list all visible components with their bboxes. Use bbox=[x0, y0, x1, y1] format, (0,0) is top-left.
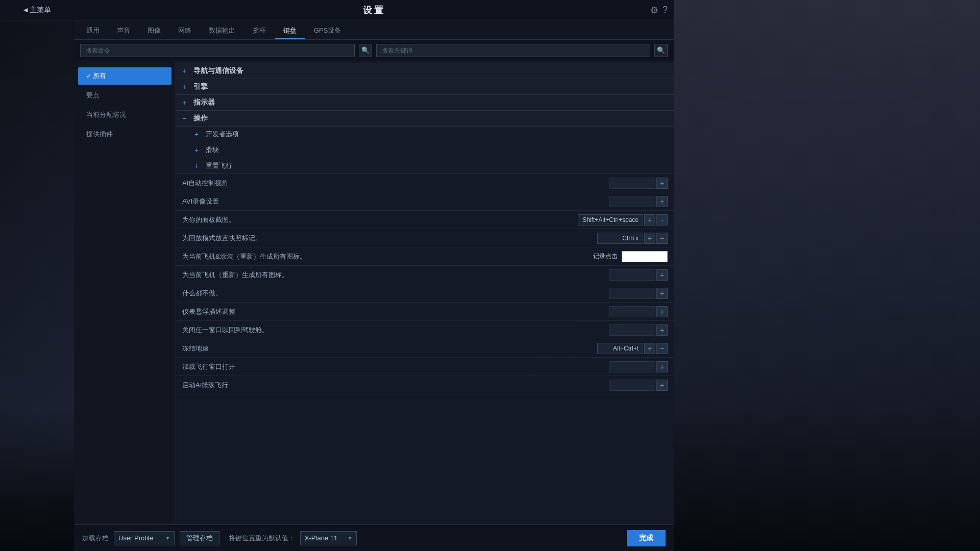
sidebar-item-all[interactable]: 所有 bbox=[78, 67, 172, 85]
reset-label: 将键位置重为默认值： bbox=[229, 534, 295, 543]
command-ai-view-binding[interactable] bbox=[609, 178, 655, 189]
done-button[interactable]: 完成 bbox=[627, 530, 666, 546]
profile-select[interactable]: User Profile bbox=[114, 531, 175, 545]
command-instrument-float: 仪表悬浮描述调整 + bbox=[176, 303, 674, 321]
search-keyword-input[interactable] bbox=[376, 44, 651, 57]
command-instrument-float-binding[interactable] bbox=[609, 306, 655, 317]
category-indicators[interactable]: + 指示器 bbox=[176, 95, 674, 111]
category-engine[interactable]: + 引擎 bbox=[176, 79, 674, 95]
profile-value: User Profile bbox=[118, 534, 153, 542]
command-panel-screenshot-add[interactable]: + bbox=[644, 214, 655, 226]
tab-joystick[interactable]: 摇杆 bbox=[244, 23, 274, 39]
command-load-aircraft-window-binding[interactable] bbox=[609, 361, 655, 372]
main-menu-label: 主菜单 bbox=[30, 6, 51, 15]
command-freeze-ground: 冻结地速 Alt+Ctrl+t + − bbox=[176, 339, 674, 358]
command-load-aircraft-window-add[interactable]: + bbox=[656, 361, 668, 372]
command-replay-marker-binding[interactable]: Ctrl+x bbox=[597, 233, 643, 244]
command-do-nothing: 什么都不做。 + bbox=[176, 284, 674, 303]
command-close-window-cockpit-add[interactable]: + bbox=[656, 324, 668, 336]
category-slider-label: 滑块 bbox=[206, 145, 219, 155]
sidebar-item-current-assign[interactable]: 当前分配情况 bbox=[78, 106, 172, 123]
search-command-button[interactable]: 🔍 bbox=[359, 44, 372, 57]
command-ai-view-add[interactable]: + bbox=[656, 178, 668, 189]
settings-icon[interactable]: ⚙ bbox=[650, 5, 658, 16]
category-reset-flight[interactable]: + 重置飞行 bbox=[176, 158, 674, 174]
command-gen-icons: 为当前飞机（重新）生成所有图标。 + bbox=[176, 266, 674, 284]
page-title: 设置 bbox=[363, 4, 385, 16]
category-engine-label: 引擎 bbox=[193, 82, 208, 91]
command-do-nothing-binding[interactable] bbox=[609, 288, 655, 299]
load-archive-label: 加载存档 bbox=[82, 534, 109, 543]
command-freeze-ground-name: 冻结地速 bbox=[182, 344, 597, 353]
command-gen-icons-repaint-binding[interactable] bbox=[622, 251, 668, 262]
command-close-window-cockpit: 关闭任一窗口以回到驾驶舱。 + bbox=[176, 321, 674, 339]
header: 设置 ⚙ ? bbox=[74, 0, 674, 20]
category-operations[interactable]: − 操作 bbox=[176, 111, 674, 127]
header-icons: ⚙ ? bbox=[650, 5, 668, 16]
command-gen-icons-name: 为当前飞机（重新）生成所有图标。 bbox=[182, 270, 609, 280]
content-area: 所有 要点 当前分配情况 提供插件 + 导航与通信设备 + 引擎 bbox=[74, 61, 674, 524]
tab-keyboard[interactable]: 键盘 bbox=[275, 23, 305, 39]
command-replay-marker-add[interactable]: + bbox=[644, 233, 655, 244]
command-start-ai-copilot-add[interactable]: + bbox=[656, 380, 668, 391]
tab-data-output[interactable]: 数据输出 bbox=[201, 23, 243, 39]
expand-operations-icon: − bbox=[182, 114, 189, 122]
main-menu-button[interactable]: 主菜单 bbox=[0, 0, 74, 20]
category-slider[interactable]: + 滑块 bbox=[176, 142, 674, 158]
command-start-ai-copilot-name: 启动AI操纵飞行 bbox=[182, 381, 609, 390]
reset-select[interactable]: X-Plane 11 bbox=[300, 531, 357, 545]
command-gen-icons-add[interactable]: + bbox=[656, 269, 668, 281]
category-dev-options[interactable]: + 开发者选项 bbox=[176, 127, 674, 142]
command-gen-icons-binding[interactable] bbox=[609, 269, 655, 281]
command-panel-screenshot-remove[interactable]: − bbox=[656, 214, 668, 226]
main-content-list: + 导航与通信设备 + 引擎 + 指示器 − 操作 + 开发者选项 bbox=[176, 61, 674, 524]
category-operations-label: 操作 bbox=[193, 114, 208, 123]
category-dev-options-label: 开发者选项 bbox=[206, 130, 239, 139]
expand-engine-icon: + bbox=[182, 83, 189, 91]
search-keyword-button[interactable]: 🔍 bbox=[654, 44, 668, 57]
command-do-nothing-add[interactable]: + bbox=[656, 288, 668, 299]
tab-audio[interactable]: 声音 bbox=[109, 23, 138, 39]
tab-bar: 通用 声音 图像 网络 数据输出 摇杆 键盘 GPS设备 bbox=[74, 20, 674, 40]
command-avi-record: AVI录像设置 + bbox=[176, 192, 674, 211]
help-icon[interactable]: ? bbox=[663, 5, 668, 15]
category-nav-comm-label: 导航与通信设备 bbox=[193, 66, 243, 76]
command-gen-icons-repaint-label: 记录点击 bbox=[593, 252, 618, 261]
search-command-input[interactable] bbox=[80, 44, 355, 57]
command-avi-record-add[interactable]: + bbox=[656, 196, 668, 207]
category-reset-flight-label: 重置飞行 bbox=[206, 161, 232, 170]
command-ai-view-name: AI自动控制视角 bbox=[182, 179, 609, 188]
command-gen-icons-repaint: 为当前飞机&涂装（重新）生成所有图标。 记录点击 bbox=[176, 247, 674, 266]
command-instrument-float-add[interactable]: + bbox=[656, 306, 668, 317]
command-replay-marker-remove[interactable]: − bbox=[656, 233, 668, 244]
tab-graphics[interactable]: 图像 bbox=[139, 23, 169, 39]
sidebar-item-plugins[interactable]: 提供插件 bbox=[78, 126, 172, 143]
tab-network[interactable]: 网络 bbox=[170, 23, 200, 39]
manage-archive-button[interactable]: 管理存档 bbox=[180, 531, 219, 545]
expand-slider-icon: + bbox=[194, 146, 202, 154]
command-start-ai-copilot-binding[interactable] bbox=[609, 380, 655, 391]
command-replay-marker-name: 为回放模式放置快照标记。 bbox=[182, 234, 597, 243]
command-gen-icons-repaint-name: 为当前飞机&涂装（重新）生成所有图标。 bbox=[182, 252, 593, 261]
command-do-nothing-name: 什么都不做。 bbox=[182, 289, 609, 298]
reset-value: X-Plane 11 bbox=[305, 534, 337, 542]
command-start-ai-copilot: 启动AI操纵飞行 + bbox=[176, 376, 674, 394]
tab-gps[interactable]: GPS设备 bbox=[306, 23, 349, 39]
command-load-aircraft-window-name: 加载飞行窗口打开 bbox=[182, 362, 609, 371]
tab-general[interactable]: 通用 bbox=[78, 23, 108, 39]
command-avi-record-binding[interactable] bbox=[609, 196, 655, 207]
command-freeze-ground-binding[interactable]: Alt+Ctrl+t bbox=[597, 343, 643, 354]
command-freeze-ground-remove[interactable]: − bbox=[656, 343, 668, 354]
search-bar: 🔍 🔍 bbox=[74, 40, 674, 61]
command-avi-record-name: AVI录像设置 bbox=[182, 197, 609, 206]
expand-indicators-icon: + bbox=[182, 98, 189, 107]
command-instrument-float-name: 仪表悬浮描述调整 bbox=[182, 307, 609, 316]
category-nav-comm[interactable]: + 导航与通信设备 bbox=[176, 63, 674, 79]
sidebar: 所有 要点 当前分配情况 提供插件 bbox=[74, 61, 176, 524]
expand-dev-options-icon: + bbox=[194, 130, 202, 138]
command-close-window-cockpit-binding[interactable] bbox=[609, 324, 655, 336]
command-panel-screenshot-binding[interactable]: Shift+Alt+Ctrl+space bbox=[578, 214, 643, 226]
sidebar-item-waypoints[interactable]: 要点 bbox=[78, 87, 172, 104]
command-freeze-ground-add[interactable]: + bbox=[644, 343, 655, 354]
expand-reset-flight-icon: + bbox=[194, 162, 202, 170]
